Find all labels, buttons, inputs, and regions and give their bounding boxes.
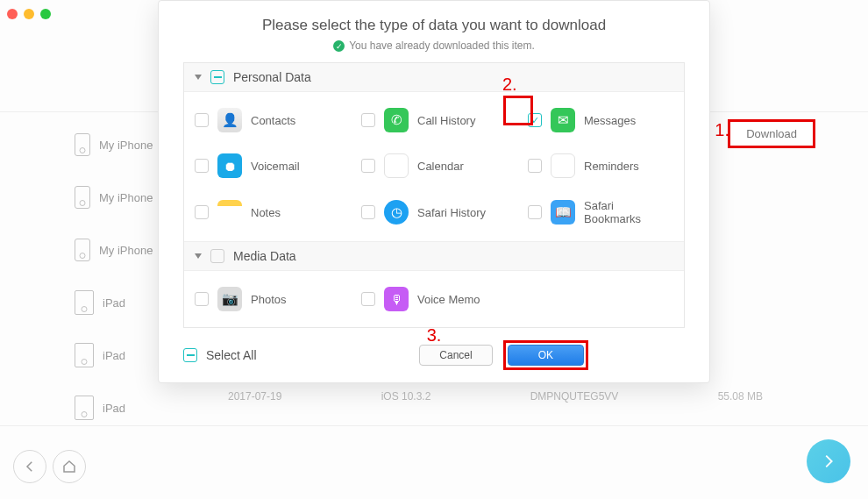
item-checkbox[interactable] (195, 113, 209, 127)
chevron-down-icon (195, 253, 202, 259)
calendar-icon: 3 (384, 153, 409, 178)
notes-icon (217, 200, 242, 225)
annotation-2-box (503, 96, 533, 125)
item-label: Messages (584, 114, 636, 127)
voicemail-icon: ⏺ (217, 153, 242, 178)
device-label: My iPhone (99, 191, 153, 204)
modal-title: Please select the type of data you want … (159, 17, 709, 34)
item-label: Voicemail (251, 160, 300, 173)
item-checkbox[interactable] (361, 113, 375, 127)
section-checkbox[interactable] (210, 249, 224, 263)
item-checkbox[interactable] (528, 159, 542, 173)
sidebar-device[interactable]: My iPhone (75, 118, 171, 171)
data-item[interactable]: 👤Contacts (184, 97, 351, 143)
check-circle-icon: ✓ (333, 40, 345, 52)
sidebar-device[interactable]: iPad (75, 381, 171, 434)
select-all-checkbox[interactable] (183, 348, 197, 362)
safari-history-icon: ◷ (384, 200, 409, 225)
item-label: Notes (251, 206, 281, 219)
item-checkbox[interactable] (528, 205, 542, 219)
minimize-icon[interactable] (24, 9, 34, 19)
ok-button[interactable]: OK (508, 345, 584, 366)
safari-bookmarks-icon: 📖 (551, 200, 575, 225)
section-header[interactable]: Personal Data (184, 63, 684, 92)
call-history-icon: ✆ (384, 108, 409, 132)
close-icon[interactable] (7, 9, 18, 19)
item-checkbox[interactable] (361, 205, 375, 219)
device-label: iPad (103, 402, 125, 415)
device-icon (75, 133, 90, 156)
sidebar-device[interactable]: iPad (75, 276, 171, 329)
nav-next-button[interactable] (807, 439, 850, 483)
section-checkbox[interactable] (210, 70, 224, 84)
cancel-button[interactable]: Cancel (419, 345, 492, 366)
reminders-icon: ☰ (551, 153, 575, 178)
item-label: Safari History (417, 206, 486, 219)
device-label: My iPhone (99, 244, 153, 257)
device-icon (75, 396, 94, 420)
bg-size: 55.08 MB (718, 390, 763, 403)
annotation-3-box: OK (503, 340, 588, 370)
sidebar-device[interactable]: My iPhone (75, 224, 171, 276)
device-icon (75, 186, 90, 209)
chevron-down-icon (195, 75, 202, 80)
item-label: Voice Memo (417, 293, 480, 306)
data-item[interactable]: ☰Reminders (517, 143, 684, 189)
select-all[interactable]: Select All (183, 348, 257, 362)
bg-serial: DMPNQUTEG5VV (530, 390, 619, 403)
sidebar-device[interactable]: iPad (75, 329, 171, 381)
item-checkbox[interactable] (361, 159, 375, 173)
device-label: iPad (103, 349, 125, 362)
item-label: Reminders (584, 160, 639, 173)
modal-subtitle: ✓You have already downloaded this item. (159, 39, 709, 52)
item-checkbox[interactable] (195, 159, 209, 173)
data-item[interactable]: 📖Safari Bookmarks (517, 189, 684, 236)
annotation-3: 3. (427, 325, 442, 346)
data-item[interactable]: ⏺Voicemail (184, 143, 351, 189)
item-checkbox[interactable] (195, 205, 209, 219)
device-icon (75, 239, 90, 261)
sidebar-device[interactable]: My iPhone (75, 171, 171, 224)
contacts-icon: 👤 (217, 108, 242, 132)
item-checkbox[interactable] (195, 292, 209, 306)
item-label: Call History (417, 114, 475, 127)
data-item[interactable]: ✆Call History (351, 97, 517, 143)
device-icon (75, 290, 94, 315)
zoom-icon[interactable] (40, 9, 51, 19)
item-checkbox[interactable] (361, 292, 375, 306)
data-type-panel: Personal Data👤Contacts✆Call History✉Mess… (183, 62, 685, 328)
messages-icon: ✉ (551, 108, 575, 132)
data-item[interactable]: 🎙Voice Memo (351, 276, 517, 322)
device-sidebar: My iPhoneMy iPhoneMy iPhoneiPadiPadiPad (75, 118, 171, 434)
data-item[interactable]: 3Calendar (351, 143, 517, 189)
download-button[interactable]: Download (728, 119, 815, 148)
bg-ios: iOS 10.3.2 (381, 390, 431, 403)
nav-home-button[interactable] (53, 450, 86, 483)
select-all-label: Select All (206, 348, 257, 362)
item-label: Photos (251, 293, 286, 306)
item-label: Contacts (251, 114, 295, 127)
voice-memo-icon: 🎙 (384, 287, 409, 311)
select-data-modal: Please select the type of data you want … (158, 0, 710, 383)
photos-icon: 📷 (217, 287, 242, 311)
data-item[interactable]: ✉Messages (517, 97, 684, 143)
section-title: Media Data (233, 249, 296, 263)
nav-back-button[interactable] (13, 450, 46, 483)
bg-date: 2017-07-19 (228, 390, 281, 403)
data-item[interactable]: ◷Safari History (351, 189, 517, 236)
device-label: My iPhone (99, 139, 153, 152)
device-icon (75, 343, 94, 367)
section-header[interactable]: Media Data (184, 241, 684, 271)
section-title: Personal Data (233, 70, 311, 84)
data-item[interactable]: 📷Photos (184, 276, 351, 322)
background-row: 2017-07-19 iOS 10.3.2 DMPNQUTEG5VV 55.08… (228, 390, 763, 403)
annotation-2: 2. (502, 75, 517, 95)
item-label: Safari Bookmarks (584, 199, 673, 225)
data-item[interactable]: Notes (184, 189, 351, 236)
window-traffic-lights[interactable] (7, 9, 51, 19)
item-label: Calendar (417, 160, 464, 173)
device-label: iPad (103, 296, 125, 310)
